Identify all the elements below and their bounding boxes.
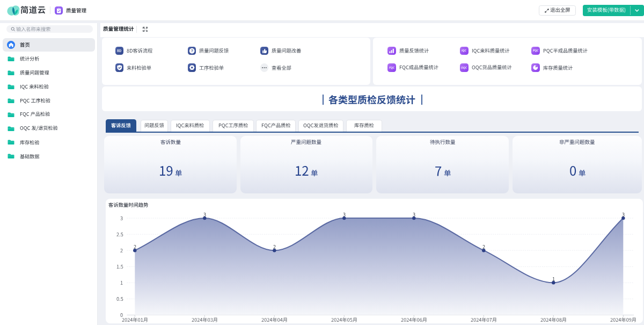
- svg-text:?: ?: [191, 48, 193, 53]
